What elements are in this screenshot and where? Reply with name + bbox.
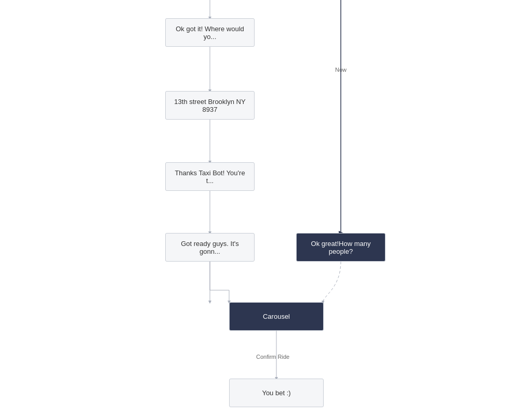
flow-canvas: Ok got it! Where would yo... 13th street… (0, 0, 532, 415)
node-carousel-label: Carousel (263, 313, 290, 320)
node-ok-got-it-label: Ok got it! Where would yo... (172, 25, 248, 41)
label-now: Now (335, 67, 347, 73)
node-carousel[interactable]: Carousel (229, 302, 324, 331)
node-you-bet[interactable]: You bet :) (229, 379, 324, 407)
node-you-bet-label: You bet :) (262, 389, 290, 397)
node-thanks[interactable]: Thanks Taxi Bot! You're t... (165, 162, 255, 191)
connections-svg (0, 0, 532, 415)
node-address-label: 13th street Brooklyn NY 8937 (172, 98, 248, 113)
node-thanks-label: Thanks Taxi Bot! You're t... (172, 169, 248, 185)
node-ok-great-label: Ok great!How many people? (303, 240, 379, 255)
node-got-ready[interactable]: Got ready guys. It's gonn... (165, 233, 255, 262)
node-got-ready-label: Got ready guys. It's gonn... (172, 240, 248, 255)
node-ok-great[interactable]: Ok great!How many people? (296, 233, 385, 262)
node-address[interactable]: 13th street Brooklyn NY 8937 (165, 91, 255, 120)
node-ok-got-it[interactable]: Ok got it! Where would yo... (165, 18, 255, 47)
label-confirm-ride: Confirm Ride (256, 354, 289, 360)
